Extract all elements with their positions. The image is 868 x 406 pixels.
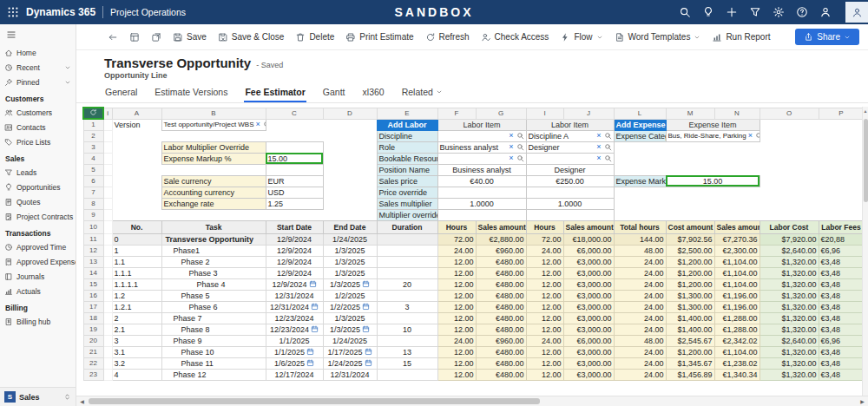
sidebar-item-customers[interactable]: Customers bbox=[0, 105, 76, 120]
sales-price-1[interactable]: €40.00 bbox=[437, 175, 526, 187]
lightbulb-icon[interactable] bbox=[702, 6, 714, 18]
labor-cost-cell[interactable]: $1,320.00 bbox=[760, 357, 819, 369]
cell[interactable] bbox=[714, 153, 760, 164]
back-button[interactable] bbox=[102, 29, 123, 46]
accounting-currency-label[interactable]: Accounting currency bbox=[161, 187, 266, 198]
calendar-icon[interactable] bbox=[362, 303, 370, 311]
multiplier-override-1[interactable] bbox=[437, 209, 526, 220]
labor-cost-cell[interactable]: $1,320.00 bbox=[760, 346, 819, 357]
start-date-cell[interactable]: 12/9/2024 bbox=[266, 267, 323, 278]
sales-amount-cell[interactable]: €1,196.00 bbox=[714, 290, 760, 301]
sales-amount-cell[interactable]: €7,270.36 bbox=[714, 233, 760, 245]
total-hours-cell[interactable]: 48.00 bbox=[614, 245, 666, 256]
hours-cell[interactable]: 12.00 bbox=[437, 357, 476, 369]
total-hours-cell[interactable]: 24.00 bbox=[614, 312, 666, 324]
sales-price-label[interactable]: Sales price bbox=[377, 175, 437, 187]
cell[interactable] bbox=[819, 153, 864, 164]
labor-fees-cell[interactable]: €3,48 bbox=[819, 256, 864, 267]
sales-amount-cell[interactable]: €18,000.00 bbox=[563, 233, 614, 245]
calendar-icon[interactable] bbox=[362, 325, 370, 333]
tab-fee-estimator[interactable]: Fee Estimator bbox=[244, 84, 306, 102]
calendar-icon[interactable] bbox=[365, 359, 372, 367]
duration-cell[interactable] bbox=[377, 290, 437, 301]
delete-button[interactable]: Delete bbox=[290, 29, 339, 46]
task-number-cell[interactable]: 1 bbox=[112, 245, 161, 256]
tab-estimate-versions[interactable]: Estimate Versions bbox=[154, 84, 228, 102]
print-estimate-button[interactable]: Print Estimate bbox=[340, 29, 418, 46]
help-icon[interactable] bbox=[796, 6, 808, 18]
row-number[interactable]: 11 bbox=[83, 233, 103, 245]
cell[interactable] bbox=[819, 209, 864, 220]
calendar-icon[interactable] bbox=[309, 280, 317, 288]
cell[interactable]: No. bbox=[112, 220, 161, 233]
hours-cell[interactable]: 12.00 bbox=[437, 324, 476, 335]
cell[interactable]: 10 bbox=[83, 220, 103, 233]
cost-amount-cell[interactable]: $1,200.00 bbox=[666, 256, 714, 267]
labor-fees-cell[interactable]: €3,48 bbox=[819, 312, 864, 324]
save-button[interactable]: Save bbox=[168, 29, 212, 46]
duration-cell[interactable]: 20 bbox=[377, 278, 437, 290]
end-date-cell[interactable]: 1/3/2025 bbox=[323, 267, 377, 278]
cell[interactable] bbox=[323, 130, 377, 141]
cell[interactable] bbox=[103, 175, 112, 187]
sales-amount-cell[interactable]: €1,238.02 bbox=[714, 357, 760, 369]
labor-cost-cell[interactable]: $1,320.00 bbox=[760, 267, 819, 278]
scroll-left-arrow[interactable]: ◀ bbox=[76, 398, 88, 404]
cell[interactable] bbox=[103, 130, 112, 141]
cell[interactable] bbox=[323, 187, 377, 198]
expense-markup-input-2[interactable]: 15.00 bbox=[666, 175, 760, 187]
add-expense-button[interactable]: Add Expense bbox=[614, 119, 666, 130]
hours-cell[interactable]: 12.00 bbox=[526, 278, 563, 290]
labor-cost-cell[interactable]: $2,640.00 bbox=[760, 245, 819, 256]
menu-toggle-button[interactable] bbox=[0, 24, 76, 45]
total-hours-cell[interactable]: 24.00 bbox=[614, 267, 666, 278]
total-hours-cell[interactable]: 24.00 bbox=[614, 324, 666, 335]
sidebar-item-quotes[interactable]: Quotes bbox=[0, 194, 76, 209]
cell[interactable]: A bbox=[112, 108, 161, 119]
cell[interactable] bbox=[714, 198, 760, 209]
cost-amount-cell[interactable]: $2,500.00 bbox=[666, 245, 714, 256]
sale-currency-value[interactable]: EUR bbox=[266, 175, 323, 187]
cell[interactable] bbox=[112, 164, 161, 175]
cell[interactable] bbox=[266, 130, 323, 141]
clear-icon[interactable]: × bbox=[509, 143, 513, 151]
sidebar-item-billing-hub[interactable]: Billing hub bbox=[0, 314, 76, 329]
sales-amount-cell[interactable]: €2,300.00 bbox=[714, 245, 760, 256]
hours-cell[interactable]: 12.00 bbox=[526, 267, 563, 278]
row-number[interactable]: 18 bbox=[83, 312, 103, 324]
task-number-cell[interactable]: 3.2 bbox=[112, 357, 161, 369]
price-override-2[interactable] bbox=[526, 187, 614, 198]
app-switcher[interactable]: S Sales bbox=[0, 387, 76, 406]
horizontal-scrollbar[interactable]: ◀ ▶ bbox=[76, 396, 868, 406]
cell[interactable] bbox=[714, 187, 760, 198]
fee-table-row[interactable]: 22 3.2 Phase 11 1/6/2025 1/24/2025 15 12… bbox=[83, 357, 864, 369]
sales-amount-cell[interactable]: €480.00 bbox=[476, 290, 526, 301]
cell[interactable] bbox=[161, 164, 266, 175]
cell[interactable]: Task bbox=[161, 220, 266, 233]
cell[interactable]: B bbox=[161, 108, 266, 119]
cell[interactable] bbox=[819, 175, 864, 187]
cost-amount-cell[interactable]: $1,300.00 bbox=[666, 290, 714, 301]
start-date-cell[interactable]: 12/9/2024 bbox=[266, 278, 323, 290]
labor-fees-cell[interactable]: €3,48 bbox=[819, 324, 864, 335]
cell[interactable]: P bbox=[819, 108, 864, 119]
cell[interactable]: Labor Cost bbox=[760, 220, 819, 233]
hours-cell[interactable]: 24.00 bbox=[526, 245, 563, 256]
cell[interactable] bbox=[614, 187, 666, 198]
version-label[interactable]: Version bbox=[112, 119, 161, 130]
flow-button[interactable]: Flow bbox=[555, 29, 608, 46]
cost-amount-cell[interactable]: $1,200.00 bbox=[666, 267, 714, 278]
exchange-rate-value[interactable]: 1.25 bbox=[266, 198, 323, 209]
role-lookup-2[interactable]: Designer× bbox=[526, 141, 614, 153]
task-name-cell[interactable]: Phase1 bbox=[161, 245, 266, 256]
clear-icon[interactable]: × bbox=[256, 121, 260, 128]
sales-amount-cell[interactable]: €3,000.00 bbox=[563, 357, 614, 369]
sales-amount-cell[interactable]: €3,000.00 bbox=[563, 346, 614, 357]
cell[interactable] bbox=[112, 198, 161, 209]
row-number[interactable]: 17 bbox=[83, 301, 103, 312]
cell[interactable] bbox=[614, 141, 666, 153]
cell[interactable]: Sales amount bbox=[563, 220, 614, 233]
sales-amount-cell[interactable]: €960.00 bbox=[476, 245, 526, 256]
cell[interactable] bbox=[714, 141, 760, 153]
cell[interactable] bbox=[103, 220, 112, 233]
